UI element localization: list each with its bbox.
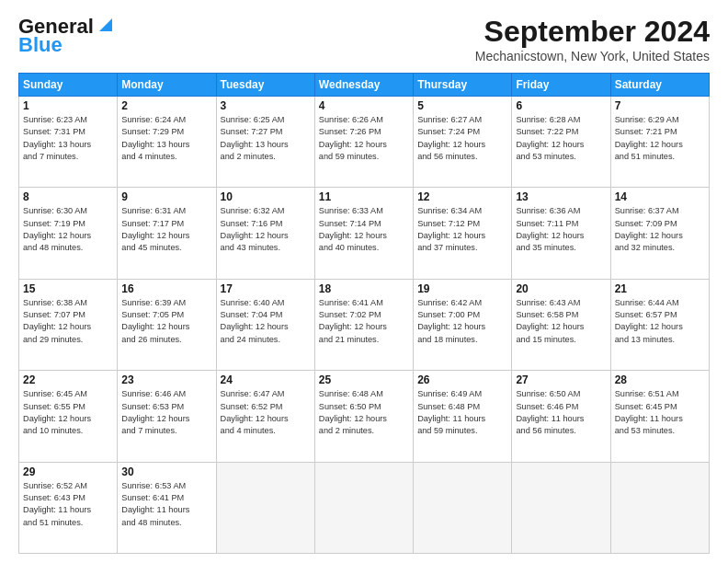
weekday-header-saturday: Saturday xyxy=(610,74,709,97)
day-info: Sunrise: 6:46 AM Sunset: 6:53 PM Dayligh… xyxy=(121,388,211,437)
calendar-cell: 23Sunrise: 6:46 AM Sunset: 6:53 PM Dayli… xyxy=(118,371,216,462)
calendar-cell: 2Sunrise: 6:24 AM Sunset: 7:29 PM Daylig… xyxy=(118,97,216,188)
day-number: 18 xyxy=(319,282,409,295)
day-number: 6 xyxy=(516,99,606,112)
calendar-cell: 24Sunrise: 6:47 AM Sunset: 6:52 PM Dayli… xyxy=(216,371,314,462)
day-number: 30 xyxy=(121,465,211,478)
calendar-cell: 10Sunrise: 6:32 AM Sunset: 7:16 PM Dayli… xyxy=(216,188,314,279)
day-info: Sunrise: 6:48 AM Sunset: 6:50 PM Dayligh… xyxy=(319,388,409,437)
calendar-cell: 18Sunrise: 6:41 AM Sunset: 7:02 PM Dayli… xyxy=(314,279,413,370)
day-info: Sunrise: 6:28 AM Sunset: 7:22 PM Dayligh… xyxy=(516,114,606,163)
calendar-cell: 8Sunrise: 6:30 AM Sunset: 7:19 PM Daylig… xyxy=(19,188,118,279)
weekday-header-row: SundayMondayTuesdayWednesdayThursdayFrid… xyxy=(19,74,710,97)
day-info: Sunrise: 6:37 AM Sunset: 7:09 PM Dayligh… xyxy=(615,205,705,254)
day-info: Sunrise: 6:32 AM Sunset: 7:16 PM Dayligh… xyxy=(221,205,311,254)
day-info: Sunrise: 6:40 AM Sunset: 7:04 PM Dayligh… xyxy=(221,297,311,346)
calendar-cell: 3Sunrise: 6:25 AM Sunset: 7:27 PM Daylig… xyxy=(216,97,314,188)
calendar-cell xyxy=(414,462,512,553)
logo-triangle-icon xyxy=(96,15,116,35)
day-info: Sunrise: 6:41 AM Sunset: 7:02 PM Dayligh… xyxy=(319,297,409,346)
calendar-cell: 28Sunrise: 6:51 AM Sunset: 6:45 PM Dayli… xyxy=(610,371,709,462)
day-number: 1 xyxy=(23,99,113,112)
calendar-cell xyxy=(610,462,709,553)
weekday-header-thursday: Thursday xyxy=(414,74,512,97)
calendar-cell: 4Sunrise: 6:26 AM Sunset: 7:26 PM Daylig… xyxy=(314,97,413,188)
calendar-cell: 1Sunrise: 6:23 AM Sunset: 7:31 PM Daylig… xyxy=(19,97,118,188)
day-number: 9 xyxy=(121,190,211,203)
logo-blue: Blue xyxy=(18,33,63,57)
day-number: 20 xyxy=(516,282,606,295)
day-number: 28 xyxy=(615,373,705,386)
day-number: 26 xyxy=(417,373,507,386)
calendar-table: SundayMondayTuesdayWednesdayThursdayFrid… xyxy=(18,73,710,554)
calendar-week-row: 1Sunrise: 6:23 AM Sunset: 7:31 PM Daylig… xyxy=(19,97,710,188)
calendar-cell: 14Sunrise: 6:37 AM Sunset: 7:09 PM Dayli… xyxy=(610,188,709,279)
calendar-cell xyxy=(314,462,413,553)
calendar-week-row: 8Sunrise: 6:30 AM Sunset: 7:19 PM Daylig… xyxy=(19,188,710,279)
day-info: Sunrise: 6:36 AM Sunset: 7:11 PM Dayligh… xyxy=(516,205,606,254)
page: General Blue September 2024 Mechanicstow… xyxy=(0,0,728,563)
calendar-cell: 13Sunrise: 6:36 AM Sunset: 7:11 PM Dayli… xyxy=(512,188,610,279)
day-number: 14 xyxy=(615,190,705,203)
calendar-cell: 19Sunrise: 6:42 AM Sunset: 7:00 PM Dayli… xyxy=(414,279,512,370)
day-info: Sunrise: 6:42 AM Sunset: 7:00 PM Dayligh… xyxy=(417,297,507,346)
calendar-cell xyxy=(512,462,610,553)
day-info: Sunrise: 6:30 AM Sunset: 7:19 PM Dayligh… xyxy=(23,205,113,254)
day-number: 8 xyxy=(23,190,113,203)
day-number: 24 xyxy=(221,373,311,386)
day-number: 21 xyxy=(615,282,705,295)
calendar-cell: 25Sunrise: 6:48 AM Sunset: 6:50 PM Dayli… xyxy=(314,371,413,462)
calendar-cell: 29Sunrise: 6:52 AM Sunset: 6:43 PM Dayli… xyxy=(19,462,118,553)
day-number: 4 xyxy=(319,99,409,112)
day-number: 10 xyxy=(221,190,311,203)
calendar-week-row: 22Sunrise: 6:45 AM Sunset: 6:55 PM Dayli… xyxy=(19,371,710,462)
day-number: 15 xyxy=(23,282,113,295)
day-number: 17 xyxy=(221,282,311,295)
svg-marker-0 xyxy=(99,18,112,31)
day-number: 22 xyxy=(23,373,113,386)
day-number: 27 xyxy=(516,373,606,386)
day-info: Sunrise: 6:33 AM Sunset: 7:14 PM Dayligh… xyxy=(319,205,409,254)
day-info: Sunrise: 6:38 AM Sunset: 7:07 PM Dayligh… xyxy=(23,297,113,346)
day-info: Sunrise: 6:34 AM Sunset: 7:12 PM Dayligh… xyxy=(417,205,507,254)
weekday-header-wednesday: Wednesday xyxy=(314,74,413,97)
day-number: 16 xyxy=(121,282,211,295)
day-info: Sunrise: 6:26 AM Sunset: 7:26 PM Dayligh… xyxy=(319,114,409,163)
day-info: Sunrise: 6:25 AM Sunset: 7:27 PM Dayligh… xyxy=(221,114,311,163)
day-info: Sunrise: 6:45 AM Sunset: 6:55 PM Dayligh… xyxy=(23,388,113,437)
day-info: Sunrise: 6:31 AM Sunset: 7:17 PM Dayligh… xyxy=(121,205,211,254)
header: General Blue September 2024 Mechanicstow… xyxy=(18,15,710,63)
day-number: 12 xyxy=(417,190,507,203)
calendar-cell: 5Sunrise: 6:27 AM Sunset: 7:24 PM Daylig… xyxy=(414,97,512,188)
day-info: Sunrise: 6:50 AM Sunset: 6:46 PM Dayligh… xyxy=(516,388,606,437)
day-number: 23 xyxy=(121,373,211,386)
calendar-cell: 15Sunrise: 6:38 AM Sunset: 7:07 PM Dayli… xyxy=(19,279,118,370)
day-info: Sunrise: 6:52 AM Sunset: 6:43 PM Dayligh… xyxy=(23,480,113,529)
day-info: Sunrise: 6:29 AM Sunset: 7:21 PM Dayligh… xyxy=(615,114,705,163)
day-info: Sunrise: 6:51 AM Sunset: 6:45 PM Dayligh… xyxy=(615,388,705,437)
weekday-header-sunday: Sunday xyxy=(19,74,118,97)
day-info: Sunrise: 6:27 AM Sunset: 7:24 PM Dayligh… xyxy=(417,114,507,163)
calendar-cell: 27Sunrise: 6:50 AM Sunset: 6:46 PM Dayli… xyxy=(512,371,610,462)
calendar-cell xyxy=(216,462,314,553)
title-block: September 2024 Mechanicstown, New York, … xyxy=(475,15,710,63)
day-number: 5 xyxy=(417,99,507,112)
calendar-cell: 11Sunrise: 6:33 AM Sunset: 7:14 PM Dayli… xyxy=(314,188,413,279)
day-info: Sunrise: 6:47 AM Sunset: 6:52 PM Dayligh… xyxy=(221,388,311,437)
day-info: Sunrise: 6:53 AM Sunset: 6:41 PM Dayligh… xyxy=(121,480,211,529)
day-info: Sunrise: 6:39 AM Sunset: 7:05 PM Dayligh… xyxy=(121,297,211,346)
day-info: Sunrise: 6:44 AM Sunset: 6:57 PM Dayligh… xyxy=(615,297,705,346)
day-info: Sunrise: 6:23 AM Sunset: 7:31 PM Dayligh… xyxy=(23,114,113,163)
day-number: 7 xyxy=(615,99,705,112)
day-number: 29 xyxy=(23,465,113,478)
calendar-cell: 16Sunrise: 6:39 AM Sunset: 7:05 PM Dayli… xyxy=(118,279,216,370)
calendar-cell: 9Sunrise: 6:31 AM Sunset: 7:17 PM Daylig… xyxy=(118,188,216,279)
day-number: 19 xyxy=(417,282,507,295)
day-number: 2 xyxy=(121,99,211,112)
day-info: Sunrise: 6:49 AM Sunset: 6:48 PM Dayligh… xyxy=(417,388,507,437)
day-number: 13 xyxy=(516,190,606,203)
calendar-cell: 21Sunrise: 6:44 AM Sunset: 6:57 PM Dayli… xyxy=(610,279,709,370)
calendar-cell: 17Sunrise: 6:40 AM Sunset: 7:04 PM Dayli… xyxy=(216,279,314,370)
weekday-header-friday: Friday xyxy=(512,74,610,97)
calendar-week-row: 15Sunrise: 6:38 AM Sunset: 7:07 PM Dayli… xyxy=(19,279,710,370)
